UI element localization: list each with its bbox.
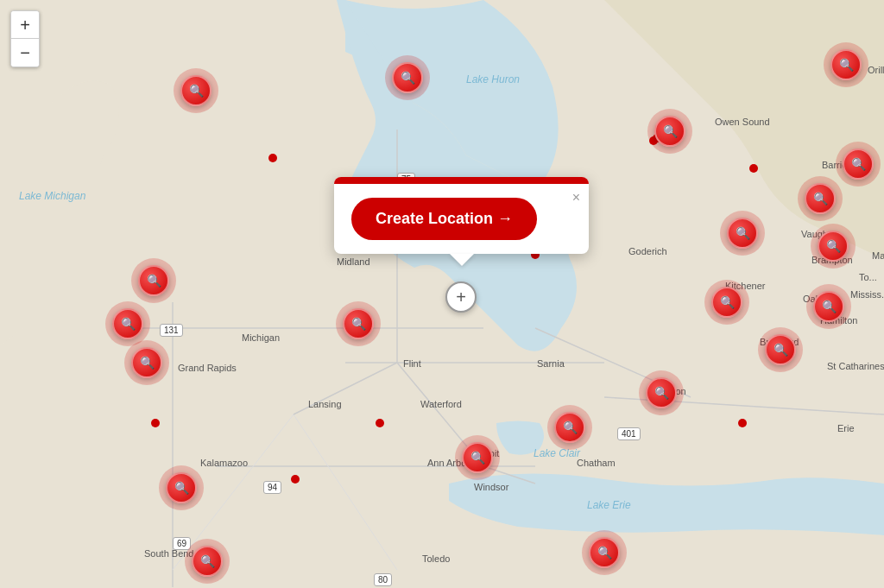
search-icon: 🔍 (147, 274, 161, 288)
search-icon: 🔍 (401, 71, 415, 85)
search-icon: 🔍 (720, 295, 735, 309)
create-location-button[interactable]: Create Location → (351, 198, 537, 240)
map-pin-8[interactable] (749, 164, 758, 173)
map-pin-16[interactable]: 🔍 (112, 308, 143, 339)
search-icon: 🔍 (736, 226, 750, 240)
search-icon: 🔍 (121, 317, 136, 331)
map-background (0, 0, 884, 588)
search-icon: 🔍 (597, 546, 612, 560)
search-icon: 🔍 (470, 451, 485, 465)
search-icon: 🔍 (774, 343, 788, 357)
map-pin-1[interactable]: 🔍 (392, 62, 423, 93)
map-pin-5[interactable]: 🔍 (843, 149, 874, 180)
search-icon: 🔍 (826, 239, 841, 253)
map-pin-27[interactable]: 🔍 (589, 537, 620, 568)
add-location-pin[interactable]: + (445, 281, 477, 313)
search-icon: 🔍 (563, 420, 578, 434)
map-pin-24[interactable]: 🔍 (554, 412, 585, 443)
map-pin-4[interactable]: 🔍 (830, 49, 862, 80)
map-pin-14[interactable] (268, 154, 277, 162)
map-pin-20[interactable] (151, 419, 160, 427)
map-container[interactable]: Lake HuronLake MichiganLake ErieLake Cla… (0, 0, 884, 588)
popup-header-bar (334, 177, 589, 184)
search-icon: 🔍 (851, 157, 866, 171)
zoom-out-button[interactable]: − (11, 39, 39, 66)
search-icon: 🔍 (200, 554, 215, 568)
map-pin-7[interactable]: 🔍 (805, 183, 836, 214)
search-icon: 🔍 (839, 58, 854, 72)
map-pin-21[interactable]: 🔍 (166, 472, 197, 503)
popup-close-button[interactable]: × (572, 191, 580, 205)
zoom-in-button[interactable]: + (11, 11, 39, 39)
map-pin-18[interactable]: 🔍 (343, 308, 374, 339)
zoom-controls: + − (10, 10, 40, 67)
map-pin-13[interactable]: 🔍 (765, 334, 796, 365)
create-location-popup: × Create Location → (334, 177, 589, 254)
search-icon: 🔍 (140, 356, 155, 370)
search-icon: 🔍 (822, 300, 837, 313)
map-pin-11[interactable]: 🔍 (711, 287, 742, 318)
map-pin-9[interactable]: 🔍 (818, 231, 849, 262)
map-pin-25[interactable]: 🔍 (646, 377, 677, 408)
map-pin-22[interactable] (291, 475, 300, 484)
search-icon: 🔍 (174, 481, 189, 495)
map-pin-23[interactable]: 🔍 (462, 442, 493, 473)
map-pin-26[interactable] (738, 419, 747, 427)
map-pin-17[interactable]: 🔍 (131, 347, 162, 378)
map-pin-0[interactable]: 🔍 (180, 75, 212, 106)
plus-icon: + (456, 288, 466, 307)
map-pin-15[interactable]: 🔍 (138, 265, 169, 296)
map-pin-28[interactable]: 🔍 (192, 546, 223, 577)
map-pin-12[interactable]: 🔍 (813, 291, 844, 322)
map-pin-6[interactable]: 🔍 (654, 116, 685, 147)
search-icon: 🔍 (663, 124, 678, 138)
search-icon: 🔍 (813, 192, 828, 205)
search-icon: 🔍 (654, 386, 669, 400)
search-icon: 🔍 (189, 84, 204, 98)
map-pin-10[interactable]: 🔍 (727, 218, 758, 249)
search-icon: 🔍 (351, 317, 366, 331)
map-pin-19[interactable] (376, 419, 384, 427)
popup-body: × Create Location → (334, 184, 589, 254)
